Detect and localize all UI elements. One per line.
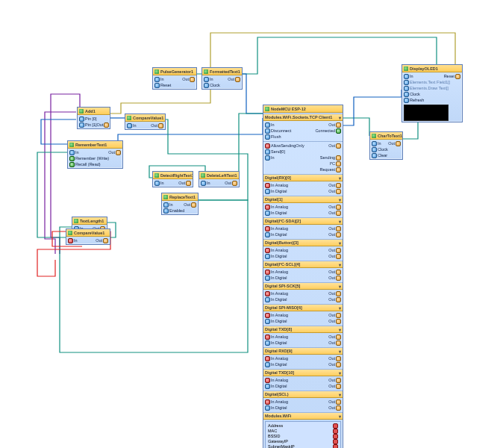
node-detectright[interactable]: DetectRightText1 InOut [152, 171, 193, 187]
chip-icon [265, 107, 269, 111]
node-title: TextLength1 [80, 219, 104, 223]
mcu-channel[interactable]: Digital(SCL)▾In AnalogOutIn DigitalOut [263, 391, 343, 411]
node-title: RememberText1 [75, 143, 107, 147]
mcu-channel[interactable]: Digital TXD[8]▾In AnalogOutIn DigitalOut [263, 326, 343, 346]
expand-icon[interactable]: ▾ [339, 392, 341, 397]
expand-icon[interactable]: ▾ [339, 262, 341, 267]
node-formattedtext[interactable]: FormattedText1 InOut Clock [201, 67, 243, 90]
wire [224, 113, 263, 178]
node-pulsegenerator[interactable]: PulseGenerator1 InOut Reset [152, 67, 197, 90]
node-title: ReplaceText1 [169, 195, 196, 199]
node-title: FormattedText1 [210, 69, 240, 74]
mcu-channel[interactable]: Digital SPI-SCK[5]▾In AnalogOutIn Digita… [263, 282, 343, 303]
compare-icon [127, 116, 131, 120]
wire [339, 118, 369, 136]
expand-icon[interactable]: ▾ [339, 240, 341, 246]
expand-icon[interactable]: ▾ [339, 175, 341, 181]
node-comparevalue-top[interactable]: CompareValue1 InOut [125, 113, 166, 130]
node-title: CompareValue1 [133, 116, 163, 120]
node-title: DeleteLeftText1 [207, 173, 237, 178]
replace-icon [163, 195, 168, 199]
node-title: Add1 [85, 109, 96, 113]
mcu-channel[interactable]: Digital(Button)[3]▾In AnalogOutIn Digita… [263, 239, 343, 260]
compare-icon [68, 231, 72, 235]
node-remembertext[interactable]: RememberText1 InOut Remember (Write) Rec… [67, 140, 123, 169]
node-add1[interactable]: Add1 Pin [0] Pin [1]Out [77, 107, 110, 129]
pulse-icon [154, 69, 159, 74]
mcu-channel[interactable]: Digital(RX)[0]▾In AnalogOutIn DigitalOut [263, 174, 343, 195]
node-nodemcu[interactable]: NodeMCU ESP-12 Modules.WiFi.Sockets.TCP … [263, 105, 343, 448]
oled-preview [404, 105, 449, 121]
node-deleteleft[interactable]: DeleteLeftText1 InOut [199, 171, 240, 187]
expand-icon[interactable]: ▾ [339, 370, 341, 376]
wifi-properties: Address MAC BSSID GatewayIP SubnetMaskIP… [265, 421, 341, 448]
expand-icon[interactable]: ▾ [339, 284, 341, 289]
sum-icon [79, 109, 84, 113]
node-title: NodeMCU ESP-12 [271, 107, 306, 111]
expand-icon[interactable]: ▾ [339, 349, 341, 354]
text-icon [372, 134, 376, 138]
node-displayoled[interactable]: DisplayOLED1 InReset Elements.Text Field… [402, 64, 463, 122]
expand-icon[interactable]: ▾ [339, 305, 341, 311]
mcu-channel[interactable]: Digital(I²C-SDA)[2]▾In AnalogOutIn Digit… [263, 217, 343, 238]
node-title: CharToText1 [378, 134, 402, 138]
length-icon [74, 219, 78, 223]
mcu-channel[interactable]: Digital[1]▾In AnalogOutIn DigitalOut [263, 196, 343, 217]
mcu-channel[interactable]: Digital RXD[9]▾In AnalogOutIn DigitalOut [263, 347, 343, 368]
node-replacetext[interactable]: ReplaceText1 InOut Enabled [161, 193, 199, 215]
format-icon [204, 69, 208, 74]
display-icon [404, 66, 408, 71]
delete-icon [201, 173, 205, 178]
node-comparevalue[interactable]: CompareValue1 InOut [66, 228, 110, 245]
detect-icon [154, 173, 159, 178]
node-title: PulseGenerator1 [160, 69, 193, 74]
mcu-channel[interactable]: Digital(I²C-SCL)[4]▾In AnalogOutIn Digit… [263, 261, 343, 281]
expand-icon[interactable]: ▾ [339, 414, 341, 419]
memory-icon [69, 143, 74, 147]
expand-icon[interactable]: ▾ [339, 219, 341, 224]
expand-icon[interactable]: ▾ [339, 327, 341, 332]
node-chartotext[interactable]: CharToText1 InOut Clock Clear [369, 131, 403, 160]
node-title: DisplayOLED1 [410, 66, 438, 71]
expand-icon[interactable]: ▾ [339, 115, 341, 120]
mcu-channel[interactable]: Digital SPI-MISO[6]▾In AnalogOutIn Digit… [263, 304, 343, 325]
mcu-channel[interactable]: Digital TXD[10]▾In AnalogOutIn DigitalOu… [263, 369, 343, 390]
wire [339, 90, 402, 125]
expand-icon[interactable]: ▾ [339, 197, 341, 202]
node-title: DetectRightText1 [160, 173, 193, 178]
node-title: CompareValue1 [74, 231, 104, 235]
wire [146, 119, 248, 200]
